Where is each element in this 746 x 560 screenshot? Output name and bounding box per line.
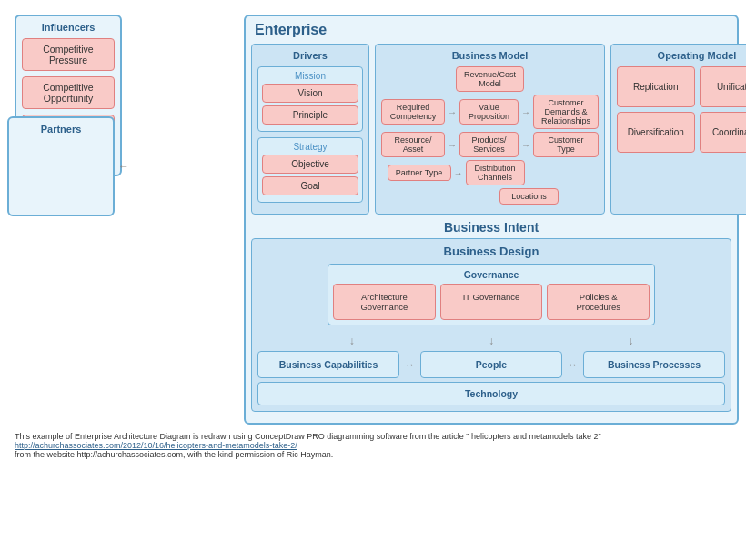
policies-item: Policies & Procedures — [547, 284, 650, 320]
om-unification: Unification — [700, 66, 747, 107]
products-services-item: Products/ Services — [459, 132, 519, 157]
page-wrapper: Influencers Competitive Pressure Competi… — [0, 0, 746, 466]
bm-row4: Partner Type → Distribution Channels — [388, 160, 593, 185]
drivers-group2: Strategy Objective Goal — [257, 137, 363, 203]
arrow-icon-1: → — [448, 107, 457, 117]
drivers-group1: Mission Vision Principle — [257, 66, 363, 132]
partners-arrow-icon: ← — [118, 160, 129, 173]
locations-item: Locations — [499, 188, 559, 205]
down-arrow-2: ↓ — [489, 335, 494, 347]
enterprise-label: Enterprise — [251, 22, 731, 38]
governance-title: Governance — [333, 269, 650, 280]
business-model-box: Business Model Revenue/Cost Model Requir… — [375, 44, 605, 215]
distribution-channels-item: Distribution Channels — [466, 160, 525, 185]
mission-label: Mission — [262, 71, 358, 81]
principle-item: Principle — [262, 105, 358, 125]
business-capabilities-item: Business Capabilities — [257, 351, 399, 378]
partner-type-item: Partner Type — [388, 165, 451, 181]
om-grid: Replication Unification Diversification … — [617, 66, 746, 153]
goal-item: Goal — [262, 176, 358, 195]
customer-demands-item: Customer Demands & Relationships — [533, 95, 599, 129]
technology-bar: Technology — [257, 382, 725, 405]
arrow-icon-2: → — [521, 107, 530, 117]
bottom-row: Business Capabilities ↔ People ↔ Busines… — [257, 351, 725, 378]
top-row: Drivers Mission Vision Principle Strateg… — [251, 44, 731, 215]
vision-item: Vision — [262, 84, 358, 103]
left-panels: Influencers Competitive Pressure Competi… — [7, 7, 115, 216]
operating-model-title: Operating Model — [617, 50, 746, 61]
bm-row1: Revenue/Cost Model — [456, 66, 524, 92]
people-item: People — [420, 351, 562, 378]
objective-item: Objective — [262, 155, 358, 174]
arrow-both-1: ↔ — [405, 351, 415, 378]
strategy-label: Strategy — [262, 142, 358, 152]
revenue-cost-item: Revenue/Cost Model — [456, 66, 524, 92]
required-competency-item: Required Competency — [381, 99, 445, 125]
business-design-box: Business Design Governance Architecture … — [251, 238, 731, 412]
business-model-title: Business Model — [381, 50, 599, 61]
influencer-competitive-opportunity: Competitive Opportunity — [22, 76, 115, 109]
bm-layout: Revenue/Cost Model Required Competency →… — [381, 66, 599, 205]
business-design-title: Business Design — [257, 245, 725, 258]
bm-row2: Required Competency → Value Proposition … — [381, 95, 599, 129]
om-coordination: Coordination — [700, 112, 747, 153]
operating-model-box: Operating Model Replication Unification … — [610, 44, 746, 215]
footer-line2: from the website http://achurchassociate… — [15, 450, 731, 459]
bm-row5: Locations — [421, 188, 559, 205]
arrow-icon-4: → — [521, 140, 530, 150]
om-diversification: Diversification — [617, 112, 695, 153]
value-proposition-item: Value Proposition — [459, 99, 519, 125]
bm-row3: Resource/ Asset → Products/ Services → C… — [381, 132, 599, 157]
business-intent-label: Business Intent — [251, 220, 731, 235]
partners-panel: Partners ← — [7, 116, 115, 216]
customer-type-item: Customer Type — [533, 132, 599, 157]
enterprise-box: Enterprise Drivers Mission Vision Princi… — [244, 15, 739, 425]
arch-governance-item: Architecture Governance — [333, 284, 436, 320]
governance-box: Governance Architecture Governance IT Go… — [328, 264, 655, 325]
footer-link[interactable]: http://achurchassociates.com/2012/10/16/… — [15, 441, 297, 450]
down-arrow-1: ↓ — [349, 335, 355, 347]
influencers-title: Influencers — [22, 22, 115, 33]
down-arrow-3: ↓ — [628, 335, 633, 347]
drivers-title: Drivers — [257, 50, 363, 61]
partners-title: Partners — [15, 124, 107, 135]
footer-line1: This example of Enterprise Architecture … — [15, 432, 731, 441]
arrow-icon-3: → — [448, 140, 457, 150]
arrow-both-2: ↔ — [568, 351, 578, 378]
governance-items: Architecture Governance IT Governance Po… — [333, 284, 650, 320]
business-processes-item: Business Processes — [583, 351, 725, 378]
footer: This example of Enterprise Architecture … — [7, 432, 739, 459]
drivers-box: Drivers Mission Vision Principle Strateg… — [251, 44, 369, 215]
diagram-area: Enterprise Drivers Mission Vision Princi… — [126, 15, 739, 425]
influencer-competitive-pressure: Competitive Pressure — [22, 38, 115, 71]
arrow-icon-5: → — [454, 168, 463, 178]
it-governance-item: IT Governance — [440, 284, 543, 320]
down-arrows: ↓ ↓ ↓ — [257, 331, 725, 351]
resource-asset-item: Resource/ Asset — [381, 132, 445, 157]
om-replication: Replication — [617, 66, 695, 107]
